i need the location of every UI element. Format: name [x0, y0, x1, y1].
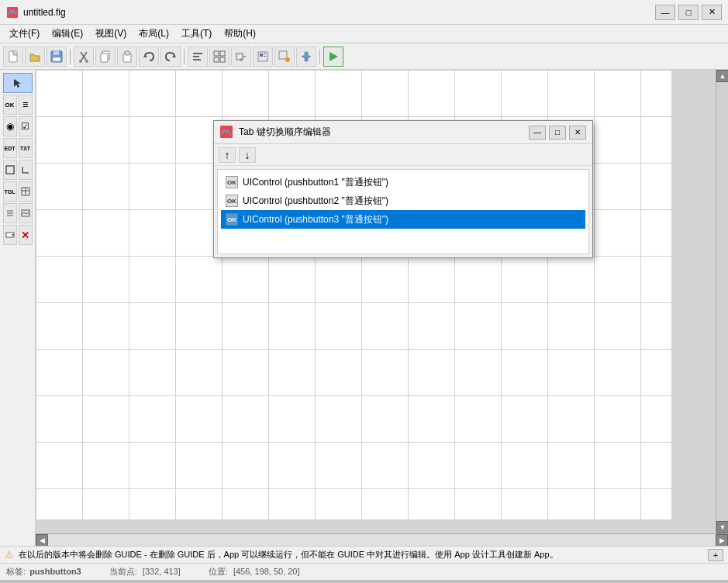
toolbar-cut[interactable]	[74, 47, 94, 67]
svg-rect-18	[214, 51, 219, 56]
toolbar-redo[interactable]	[160, 47, 181, 67]
tool-table[interactable]	[19, 181, 33, 202]
toolbar-run[interactable]	[323, 47, 343, 67]
horizontal-scrollbar[interactable]: ◀ ▶	[36, 533, 728, 546]
toolbar-copy[interactable]	[95, 47, 116, 67]
separator-2	[184, 49, 185, 64]
toolbar-save[interactable]	[47, 47, 67, 67]
svg-rect-3	[53, 51, 59, 55]
move-down-button[interactable]: ↓	[239, 147, 256, 163]
toolbar-undo[interactable]	[139, 47, 159, 67]
tool-listbox[interactable]	[3, 203, 17, 223]
svg-point-30	[285, 57, 290, 62]
svg-rect-17	[193, 59, 201, 60]
tool-radio[interactable]: ◉	[3, 116, 17, 136]
status-bar: ⚠ 在以后的版本中将会删除 GUIDE - 在删除 GUIDE 后，App 可以…	[0, 546, 728, 563]
toolbar-icon-edit[interactable]	[274, 47, 295, 67]
svg-rect-15	[193, 53, 202, 54]
list-item-3-label: UIControl (pushbutton3 "普通按钮")	[243, 213, 388, 226]
toolbar-snap[interactable]	[231, 47, 251, 67]
list-item-1-label: UIControl (pushbutton1 "普通按钮")	[243, 176, 388, 189]
separator-1	[70, 49, 71, 64]
toolbar-paste[interactable]	[117, 47, 137, 67]
tool-toggle2[interactable]: TGL	[3, 181, 17, 202]
tool-edit[interactable]: EDT	[3, 138, 17, 158]
toolbar-align[interactable]	[188, 47, 208, 67]
window-title: untitled.fig	[23, 7, 655, 18]
menu-help[interactable]: 帮助(H)	[218, 26, 262, 42]
current-point-value: [332, 413]	[143, 567, 181, 576]
minimize-button[interactable]: —	[655, 5, 675, 20]
dialog-title-bar: Tab 键切换顺序编辑器 — □ ✕	[214, 121, 592, 144]
svg-rect-16	[193, 56, 199, 57]
scroll-down-arrow[interactable]: ▼	[716, 521, 728, 533]
menu-edit[interactable]: 编辑(E)	[46, 26, 89, 42]
list-item[interactable]: OK UIControl (pushbutton3 "普通按钮")	[221, 210, 585, 229]
position-value: [456, 198, 50, 20]	[233, 567, 300, 576]
list-item[interactable]: OK UIControl (pushbutton1 "普通按钮")	[221, 173, 585, 191]
svg-rect-33	[6, 166, 14, 174]
tool-pushbutton[interactable]: OK	[3, 95, 17, 115]
tool-delete[interactable]: ✕	[19, 225, 33, 245]
tool-toggle[interactable]: ☰	[19, 95, 33, 115]
dialog-icon	[220, 126, 234, 140]
toolbar-open[interactable]	[25, 47, 45, 67]
dialog-close[interactable]: ✕	[569, 126, 586, 140]
label-value: pushbutton3	[29, 567, 81, 576]
dialog-toolbar: ↑ ↓	[214, 144, 592, 166]
tool-image[interactable]	[19, 203, 33, 223]
svg-rect-22	[236, 53, 243, 60]
current-point-label: 当前点: [332, 413]	[109, 566, 181, 578]
menu-layout[interactable]: 布局(L)	[133, 26, 175, 42]
vertical-scrollbar[interactable]: ▲ ▼	[716, 70, 728, 533]
dialog-minimize[interactable]: —	[529, 126, 546, 140]
svg-rect-26	[260, 53, 263, 57]
scroll-right-arrow[interactable]: ▶	[716, 534, 728, 547]
tool-select[interactable]	[3, 73, 33, 93]
status-expand-button[interactable]: +	[708, 549, 723, 561]
bottom-bar: 标签: pushbutton3 当前点: [332, 413] 位置: [456…	[0, 563, 728, 580]
svg-rect-10	[101, 53, 108, 62]
toolbar	[0, 43, 728, 70]
svg-rect-21	[220, 57, 225, 62]
list-item[interactable]: OK UIControl (pushbutton2 "普通按钮")	[221, 191, 585, 210]
tool-text[interactable]: TXT	[19, 138, 33, 158]
toolbar-property[interactable]	[296, 47, 316, 67]
close-button[interactable]: ✕	[702, 5, 722, 20]
tool-axes[interactable]	[19, 160, 33, 180]
tool-checkbox[interactable]: ☑	[19, 116, 33, 136]
menu-bar: 文件(F) 编辑(E) 视图(V) 布局(L) 工具(T) 帮助(H)	[0, 25, 728, 43]
scroll-left-arrow[interactable]: ◀	[36, 534, 48, 547]
tool-frame[interactable]	[3, 160, 17, 180]
separator-3	[319, 49, 320, 64]
svg-rect-4	[53, 57, 60, 61]
toolbar-grid[interactable]	[209, 47, 229, 67]
tab-order-dialog: Tab 键切换顺序编辑器 — □ ✕ ↑ ↓ OK UIControl (pus…	[213, 120, 593, 258]
toolbar-menu-edit[interactable]	[253, 47, 273, 67]
title-bar: untitled.fig — □ ✕	[0, 0, 728, 25]
toolbox: OK ☰ ◉ ☑ EDT TXT TGL	[0, 70, 36, 546]
menu-tools[interactable]: 工具(T)	[175, 26, 218, 42]
svg-marker-31	[329, 52, 338, 61]
svg-rect-20	[214, 57, 219, 62]
svg-point-8	[85, 60, 88, 63]
warning-icon: ⚠	[5, 549, 14, 561]
svg-rect-29	[279, 51, 287, 59]
window-controls: — □ ✕	[655, 5, 722, 20]
svg-rect-27	[264, 53, 266, 54]
move-up-button[interactable]: ↑	[219, 147, 236, 163]
scroll-up-arrow[interactable]: ▲	[716, 70, 728, 82]
menu-file[interactable]: 文件(F)	[3, 26, 46, 42]
svg-rect-19	[220, 51, 225, 56]
toolbar-new[interactable]	[3, 47, 23, 67]
restore-button[interactable]: □	[678, 5, 699, 20]
app-icon	[6, 6, 19, 19]
dialog-title: Tab 键切换顺序编辑器	[239, 126, 529, 139]
tool-popupmenu[interactable]	[3, 225, 17, 245]
list-item-2-label: UIControl (pushbutton2 "普通按钮")	[243, 195, 388, 208]
menu-view[interactable]: 视图(V)	[89, 26, 133, 42]
dialog-title-controls: — □ ✕	[529, 126, 586, 140]
dialog-restore[interactable]: □	[549, 126, 566, 140]
list-item-2-icon: OK	[226, 195, 238, 207]
tab-order-list[interactable]: OK UIControl (pushbutton1 "普通按钮") OK UIC…	[217, 169, 589, 254]
